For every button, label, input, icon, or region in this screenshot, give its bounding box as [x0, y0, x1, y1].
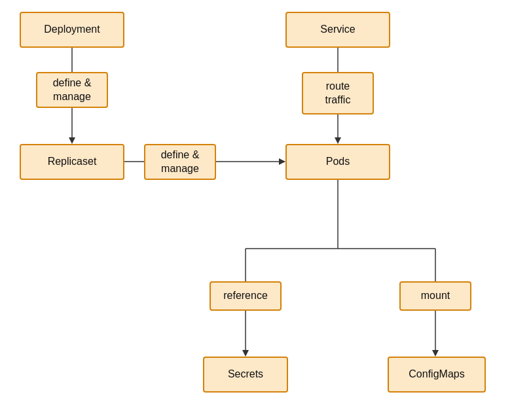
svg-marker-17 — [432, 350, 439, 357]
configmaps-label: ConfigMaps — [409, 368, 464, 381]
deployment-label: Deployment — [44, 23, 100, 37]
svg-marker-13 — [242, 350, 249, 357]
secrets-node: Secrets — [203, 357, 288, 393]
mount-label: mount — [421, 289, 450, 303]
svg-marker-2 — [69, 137, 75, 144]
diagram: Deployment Service define &manage routet… — [0, 0, 512, 420]
replicaset-label: Replicaset — [48, 155, 97, 169]
replicaset-node: Replicaset — [20, 144, 124, 180]
define-manage-2-label: define &manage — [161, 149, 200, 176]
pods-label: Pods — [326, 155, 350, 169]
route-traffic-label: routetraffic — [325, 80, 351, 107]
secrets-label: Secrets — [228, 368, 263, 381]
svg-marker-8 — [335, 137, 341, 144]
reference-label: reference — [223, 289, 268, 303]
define-manage-2-node: define &manage — [144, 144, 216, 180]
svg-marker-5 — [279, 158, 285, 165]
deployment-node: Deployment — [20, 12, 124, 48]
pods-node: Pods — [285, 144, 390, 180]
define-manage-1-node: define &manage — [36, 72, 108, 108]
service-node: Service — [285, 12, 390, 48]
reference-node: reference — [210, 281, 282, 311]
mount-node: mount — [399, 281, 471, 311]
route-traffic-node: routetraffic — [302, 72, 374, 114]
configmaps-node: ConfigMaps — [388, 357, 486, 393]
define-manage-1-label: define &manage — [53, 77, 92, 104]
service-label: Service — [320, 23, 355, 37]
